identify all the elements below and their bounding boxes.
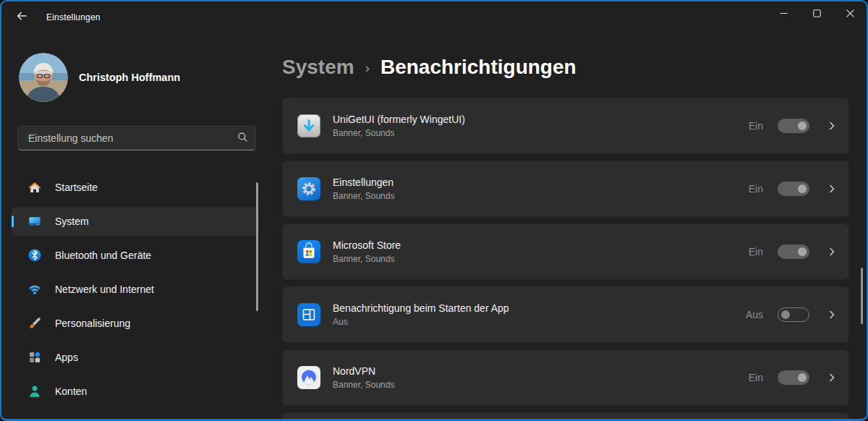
sidebar-item-startseite[interactable]: Startseite bbox=[12, 173, 259, 202]
notification-toggle[interactable] bbox=[778, 370, 809, 385]
main-panel: System › Benachrichtigungen UniGetUI (fo… bbox=[271, 33, 867, 419]
maximize-button[interactable] bbox=[800, 1, 833, 26]
search-input[interactable] bbox=[27, 132, 237, 145]
toggle-knob bbox=[798, 122, 807, 130]
main-scrollbar-thumb[interactable] bbox=[861, 268, 863, 324]
nordvpn-app-icon bbox=[297, 366, 320, 389]
sidebar: Christoph Hoffmann Startseite bbox=[1, 33, 271, 419]
sidebar-item-label: Apps bbox=[55, 352, 78, 363]
app-row-nordvpn[interactable]: NordVPN Banner, Sounds Ein bbox=[282, 349, 849, 406]
breadcrumb-parent[interactable]: System bbox=[282, 56, 354, 79]
app-row-unigetui[interactable]: UniGetUI (formerly WingetUI) Banner, Sou… bbox=[282, 98, 849, 154]
app-row-einstellungen[interactable]: Einstellungen Banner, Sounds Ein bbox=[282, 161, 849, 217]
sidebar-item-label: System bbox=[55, 216, 89, 227]
wifi-icon bbox=[27, 282, 42, 297]
notification-toggle[interactable] bbox=[778, 244, 809, 259]
sidebar-item-system[interactable]: System bbox=[12, 207, 259, 236]
toggle-state-label: Ein bbox=[749, 246, 763, 258]
page-title: Benachrichtigungen bbox=[380, 56, 576, 79]
sidebar-item-netzwerk[interactable]: Netzwerk und Internet bbox=[12, 275, 259, 304]
startup-notification-icon bbox=[297, 303, 320, 326]
toggle-knob bbox=[798, 373, 807, 382]
sidebar-item-label: Startseite bbox=[55, 182, 98, 193]
chevron-right-icon[interactable] bbox=[827, 310, 837, 320]
sidebar-scrollbar-thumb[interactable] bbox=[256, 182, 258, 311]
notification-toggle[interactable] bbox=[778, 182, 809, 196]
chevron-right-icon[interactable] bbox=[827, 247, 837, 257]
sidebar-item-label: Personalisierung bbox=[55, 318, 130, 329]
sidebar-item-personalisierung[interactable]: Personalisierung bbox=[12, 309, 259, 338]
toggle-state-label: Ein bbox=[749, 120, 763, 132]
notification-toggle[interactable] bbox=[778, 307, 809, 322]
microsoft-store-app-icon bbox=[297, 240, 320, 263]
minimize-icon bbox=[780, 7, 788, 20]
search-box[interactable] bbox=[17, 126, 256, 150]
settings-app-icon bbox=[297, 177, 320, 200]
settings-window: Einstellungen bbox=[0, 0, 868, 421]
paintbrush-icon bbox=[27, 316, 42, 331]
app-subtitle: Aus bbox=[333, 317, 746, 327]
sidebar-item-label: Netzwerk und Internet bbox=[55, 284, 154, 295]
toggle-state-label: Ein bbox=[749, 183, 763, 195]
close-icon bbox=[846, 7, 854, 20]
toggle-state-label: Ein bbox=[749, 372, 763, 383]
app-subtitle: Banner, Sounds bbox=[333, 254, 749, 264]
search-icon bbox=[237, 132, 248, 145]
back-arrow-icon bbox=[16, 10, 27, 25]
toggle-knob bbox=[798, 184, 807, 193]
app-name: Einstellungen bbox=[333, 177, 749, 188]
unigetui-app-icon bbox=[297, 114, 320, 137]
app-name: Benachrichtigung beim Starten der App bbox=[333, 302, 746, 314]
chevron-right-icon[interactable] bbox=[827, 184, 837, 194]
breadcrumb-separator-icon: › bbox=[365, 60, 370, 76]
titlebar: Einstellungen bbox=[1, 1, 867, 33]
maximize-icon bbox=[813, 7, 821, 20]
user-profile[interactable]: Christoph Hoffmann bbox=[19, 53, 271, 102]
account-person-icon bbox=[27, 384, 42, 399]
app-name: NordVPN bbox=[333, 365, 749, 377]
app-subtitle: Banner, Sounds bbox=[333, 191, 749, 201]
toggle-knob bbox=[798, 247, 807, 256]
app-name: Microsoft Store bbox=[333, 239, 749, 251]
close-button[interactable] bbox=[833, 1, 867, 26]
minimize-button[interactable] bbox=[767, 1, 800, 26]
app-row-microsoft-store[interactable]: Microsoft Store Banner, Sounds Ein bbox=[282, 224, 849, 280]
app-subtitle: Banner, Sounds bbox=[333, 380, 749, 390]
apps-icon bbox=[27, 350, 42, 365]
sidebar-nav: Startseite System bbox=[12, 173, 259, 406]
app-name: UniGetUI (formerly WingetUI) bbox=[333, 114, 749, 125]
app-row-startup-notification[interactable]: Benachrichtigung beim Starten der App Au… bbox=[282, 286, 849, 343]
app-subtitle: Banner, Sounds bbox=[333, 128, 749, 138]
chevron-right-icon[interactable] bbox=[827, 121, 837, 131]
home-icon bbox=[27, 180, 42, 195]
notifications-app-list: UniGetUI (formerly WingetUI) Banner, Sou… bbox=[282, 98, 849, 421]
system-icon bbox=[27, 214, 42, 229]
user-avatar bbox=[19, 53, 68, 102]
sidebar-item-label: Konten bbox=[55, 386, 87, 397]
bluetooth-icon bbox=[27, 248, 42, 263]
sidebar-item-bluetooth[interactable]: Bluetooth und Geräte bbox=[12, 241, 259, 270]
toggle-state-label: Aus bbox=[746, 309, 763, 320]
window-title: Einstellungen bbox=[46, 12, 101, 22]
toggle-knob bbox=[781, 310, 790, 319]
sidebar-item-konten[interactable]: Konten bbox=[12, 377, 259, 406]
breadcrumb: System › Benachrichtigungen bbox=[282, 53, 849, 82]
back-button[interactable] bbox=[7, 5, 36, 30]
sidebar-item-label: Bluetooth und Geräte bbox=[55, 250, 151, 261]
chevron-right-icon[interactable] bbox=[827, 373, 837, 383]
caption-buttons bbox=[767, 1, 867, 26]
app-row-partial[interactable] bbox=[282, 412, 849, 421]
sidebar-item-apps[interactable]: Apps bbox=[12, 343, 259, 372]
user-name: Christoph Hoffmann bbox=[79, 72, 180, 83]
notification-toggle[interactable] bbox=[778, 119, 809, 133]
